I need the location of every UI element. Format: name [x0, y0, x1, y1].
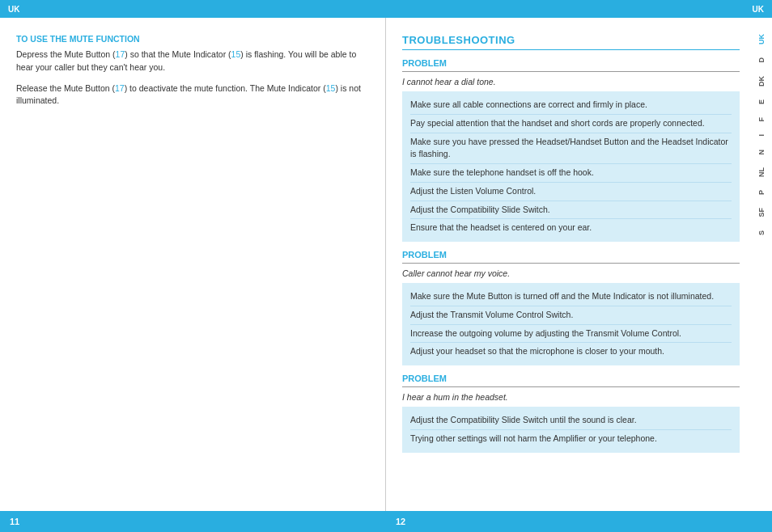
- solution-1-5: Adjust the Listen Volume Control.: [410, 182, 732, 201]
- side-letter-f: F: [757, 117, 766, 122]
- side-letter-i: I: [757, 134, 766, 137]
- solution-3-2: Trying other settings will not harm the …: [410, 429, 732, 448]
- side-letter-dk: DK: [757, 76, 766, 87]
- solution-1-7: Ensure that the headset is centered on y…: [410, 218, 732, 237]
- solution-3-1: Adjust the Compatibility Slide Switch un…: [410, 412, 732, 429]
- solution-1-3: Make sure you have pressed the Headset/H…: [410, 133, 732, 164]
- problem-1-block: PROBLEM I cannot hear a dial tone. Make …: [402, 58, 740, 250]
- solution-1-6: Adjust the Compatibility Slide Switch.: [410, 201, 732, 219]
- problem-3-solutions: Adjust the Compatibility Slide Switch un…: [402, 407, 740, 453]
- problem-2-divider: [402, 263, 740, 264]
- side-letter-uk: UK: [757, 34, 766, 44]
- problem-1-label: PROBLEM: [402, 58, 740, 68]
- solution-2-2: Adjust the Transmit Volume Control Switc…: [410, 306, 732, 324]
- problem-2-block: PROBLEM Caller cannot hear my voice. Mak…: [402, 250, 740, 374]
- problem-2-description: Caller cannot hear my voice.: [402, 268, 740, 278]
- problem-1-solutions: Make sure all cable connections are corr…: [402, 91, 740, 242]
- side-letter-p: P: [757, 190, 766, 195]
- side-letter-n: N: [757, 150, 766, 155]
- problem-3-block: PROBLEM I hear a hum in the headset. Adj…: [402, 374, 740, 461]
- ref-17-1: 17: [116, 49, 125, 59]
- problem-2-solutions: Make sure the Mute Button is turned off …: [402, 283, 740, 365]
- mute-para-2: Release the Mute Button (17) to deactiva…: [16, 82, 369, 108]
- problem-3-description: I hear a hum in the headset.: [402, 392, 740, 402]
- side-letter-d: D: [757, 57, 766, 63]
- solution-2-1: Make sure the Mute Button is turned off …: [410, 288, 732, 306]
- left-page: TO USE THE MUTE FUNCTION Depress the Mut…: [0, 18, 386, 511]
- problem-2-label: PROBLEM: [402, 250, 740, 260]
- problem-1-divider: [402, 71, 740, 72]
- solution-2-4: Adjust your headset so that the micropho…: [410, 342, 732, 361]
- ref-15-1: 15: [231, 49, 241, 59]
- problem-3-divider: [402, 386, 740, 387]
- solution-1-4: Make sure the telephone handset is off t…: [410, 163, 732, 182]
- main-content: TO USE THE MUTE FUNCTION Depress the Mut…: [0, 18, 772, 511]
- top-bar: UK UK: [0, 0, 772, 18]
- side-letter-nl: NL: [757, 167, 766, 177]
- ref-15-2: 15: [326, 83, 336, 93]
- solution-1-2: Pay special attention that the handset a…: [410, 114, 732, 133]
- troubleshooting-heading: TROUBLESHOOTING: [402, 34, 740, 46]
- side-letter-s: S: [757, 230, 766, 235]
- problem-3-label: PROBLEM: [402, 374, 740, 383]
- problem-1-description: I cannot hear a dial tone.: [402, 77, 740, 87]
- page-number-right: 12: [386, 511, 772, 532]
- bottom-bar: 11 12: [0, 511, 772, 532]
- solution-1-1: Make sure all cable connections are corr…: [410, 96, 732, 114]
- side-letter-sf: SF: [757, 208, 766, 217]
- page-number-left: 11: [0, 511, 386, 532]
- ts-divider: [402, 49, 740, 50]
- solution-2-3: Increase the outgoing volume by adjustin…: [410, 324, 732, 343]
- mute-function-heading: TO USE THE MUTE FUNCTION: [16, 34, 369, 44]
- right-page: TROUBLESHOOTING PROBLEM I cannot hear a …: [386, 18, 772, 511]
- ref-17-2: 17: [115, 83, 125, 93]
- mute-para-1: Depress the Mute Button (17) so that the…: [16, 49, 369, 74]
- top-bar-left-label: UK: [8, 5, 19, 14]
- side-letter-e: E: [757, 99, 766, 104]
- top-bar-right-label: UK: [753, 5, 764, 14]
- side-letters: UK D DK E F I N NL P SF S: [757, 34, 766, 235]
